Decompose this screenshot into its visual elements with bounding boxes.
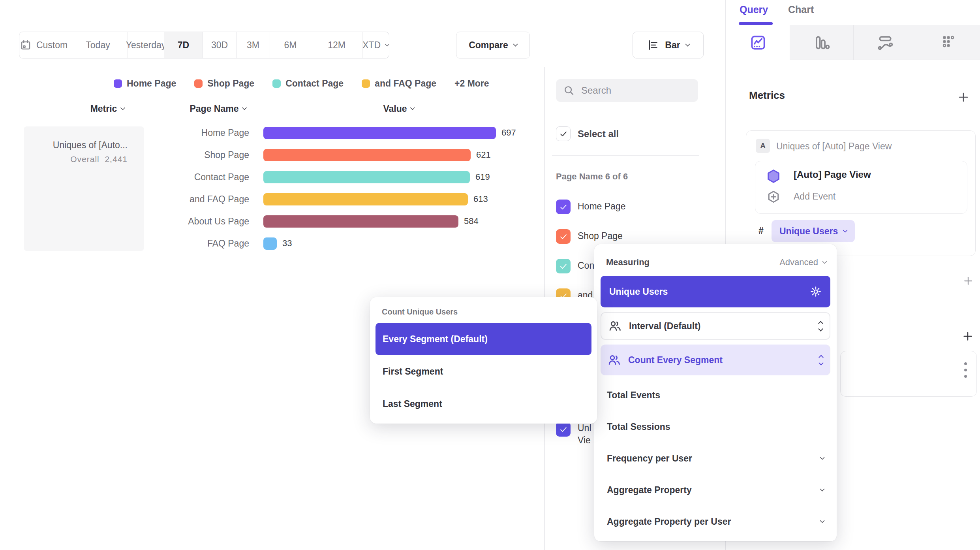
divider	[552, 155, 699, 156]
bar-chart: Home Page 697 Shop Page 621 Contact Page…	[150, 122, 545, 254]
chevron-down-icon	[513, 41, 518, 47]
filter-list-item-partial[interactable]: Unl Vie	[556, 422, 591, 446]
date-range-segment[interactable]: 6M	[270, 32, 311, 58]
search-placeholder: Search	[581, 85, 611, 96]
measuring-title: Measuring	[606, 257, 650, 267]
measuring-menu-item[interactable]: Total Sessions	[601, 411, 830, 443]
people-icon	[608, 319, 622, 333]
bar-category-label: About Us Page	[150, 216, 263, 227]
tab-query[interactable]: Query	[740, 4, 768, 15]
event-name[interactable]: [Auto] Page View	[794, 169, 871, 180]
compare-label: Compare	[469, 40, 508, 51]
bar[interactable]	[263, 171, 470, 183]
bar-category-label: Contact Page	[150, 172, 263, 183]
select-all-checkbox[interactable]	[556, 126, 571, 141]
date-range-segment[interactable]: Yesterday	[128, 32, 164, 58]
more-options-icon[interactable]	[964, 362, 967, 378]
chevron-down-icon	[410, 105, 415, 110]
date-range-segment[interactable]: 12M	[311, 32, 362, 58]
interval-group: Interval (Default)	[601, 312, 830, 340]
count-every-segment-option[interactable]: Count Every Segment	[601, 345, 830, 375]
filter-checkbox[interactable]	[556, 259, 571, 273]
date-range-segment[interactable]: XTD	[362, 32, 389, 58]
interval-option[interactable]: Interval (Default)	[601, 313, 830, 339]
chevron-down-icon	[843, 228, 848, 233]
legend-label: Shop Page	[207, 78, 254, 89]
select-all-row[interactable]: Select all	[556, 126, 619, 141]
filter-checkbox[interactable]	[556, 229, 571, 244]
bar-chart-row: Contact Page 619	[150, 166, 545, 188]
tab-funnels[interactable]	[790, 25, 853, 60]
event-hexagon-icon	[766, 168, 781, 186]
chart-type-button[interactable]: Bar	[633, 32, 704, 58]
tab-flows[interactable]	[853, 25, 917, 60]
measuring-menu-item[interactable]: Frequency per User	[601, 443, 830, 474]
bar[interactable]	[263, 149, 471, 161]
calendar-icon	[20, 39, 32, 51]
gear-icon[interactable]	[810, 286, 822, 298]
add-breakdown-button[interactable]	[962, 330, 974, 342]
filter-list-item[interactable]: Home Page	[556, 200, 698, 229]
tab-insights[interactable]	[727, 25, 790, 60]
date-range-label: 3M	[247, 40, 259, 51]
segment-option[interactable]: First Segment	[375, 355, 591, 388]
legend-label: Contact Page	[285, 78, 344, 89]
measuring-option-unique-users[interactable]: Unique Users	[601, 276, 830, 307]
tab-chart[interactable]: Chart	[788, 4, 814, 15]
bar-value: 33	[282, 238, 292, 249]
chart-legend: Home Page Shop Page Contact Page and FAQ…	[114, 78, 489, 89]
people-icon	[608, 353, 621, 367]
date-range-control: Custom Today	[19, 32, 389, 58]
column-header-metric[interactable]: Metric	[90, 104, 125, 114]
legend-swatch	[362, 79, 370, 88]
filter-checkbox[interactable]	[556, 422, 571, 437]
compare-button[interactable]: Compare	[456, 32, 530, 58]
bar[interactable]	[263, 127, 496, 139]
date-range-segment[interactable]: Custom	[19, 32, 68, 58]
date-range-label: Today	[86, 40, 110, 51]
legend-item[interactable]: and FAQ Page	[362, 78, 436, 89]
column-header-page-name[interactable]: Page Name	[190, 104, 246, 114]
report-type-tabs	[727, 25, 980, 60]
filter-group-label: Page Name 6 of 6	[556, 171, 628, 182]
search-input[interactable]: Search	[556, 79, 698, 102]
legend-item[interactable]: Shop Page	[194, 78, 254, 89]
measuring-menu-item[interactable]: Total Events	[601, 379, 830, 411]
stepper-icon	[819, 356, 823, 365]
legend-item[interactable]: Contact Page	[272, 78, 344, 89]
date-range-label: 30D	[211, 40, 228, 51]
column-header-value[interactable]: Value	[383, 104, 414, 114]
active-tab-underline	[739, 22, 773, 25]
chevron-down-icon	[385, 41, 389, 47]
legend-item[interactable]: +2 More	[454, 78, 489, 89]
segment-option[interactable]: Last Segment	[375, 388, 591, 420]
flows-icon	[877, 34, 894, 51]
date-range-segment[interactable]: 7D	[164, 32, 203, 58]
chart-type-label: Bar	[665, 40, 680, 51]
add-filter-button[interactable]	[963, 275, 974, 286]
metric-title: Uniques of [Auto...	[53, 140, 128, 151]
bar[interactable]	[263, 237, 277, 250]
legend-item[interactable]: Home Page	[114, 78, 176, 89]
filter-checkbox[interactable]	[556, 200, 571, 214]
segment-option[interactable]: Every Segment (Default)	[375, 323, 591, 355]
bar[interactable]	[263, 193, 468, 205]
advanced-dropdown[interactable]: Advanced	[779, 257, 826, 267]
date-range-segment[interactable]: 30D	[203, 32, 237, 58]
tab-retention[interactable]	[917, 25, 980, 60]
date-range-label: Custom	[36, 40, 68, 51]
bar[interactable]	[263, 215, 458, 228]
date-range-segment[interactable]: Today	[68, 32, 128, 58]
metric-summary-card[interactable]: Uniques of [Auto... Overall 2,441	[24, 126, 144, 251]
add-metric-button[interactable]	[957, 91, 970, 104]
measuring-menu-item[interactable]: Aggregate Property	[601, 474, 830, 506]
measurement-pill[interactable]: Unique Users	[772, 220, 855, 242]
popup-title: Count Unique Users	[382, 307, 591, 316]
add-event-button[interactable]: Add Event	[794, 191, 835, 202]
breakdown-card	[840, 351, 977, 397]
date-range-segment[interactable]: 3M	[237, 32, 270, 58]
metric-overall: Overall 2,441	[70, 154, 128, 164]
chevron-down-icon	[820, 518, 825, 523]
measuring-menu-item[interactable]: Aggregate Property per User	[601, 506, 830, 537]
bar-category-label: FAQ Page	[150, 238, 263, 249]
